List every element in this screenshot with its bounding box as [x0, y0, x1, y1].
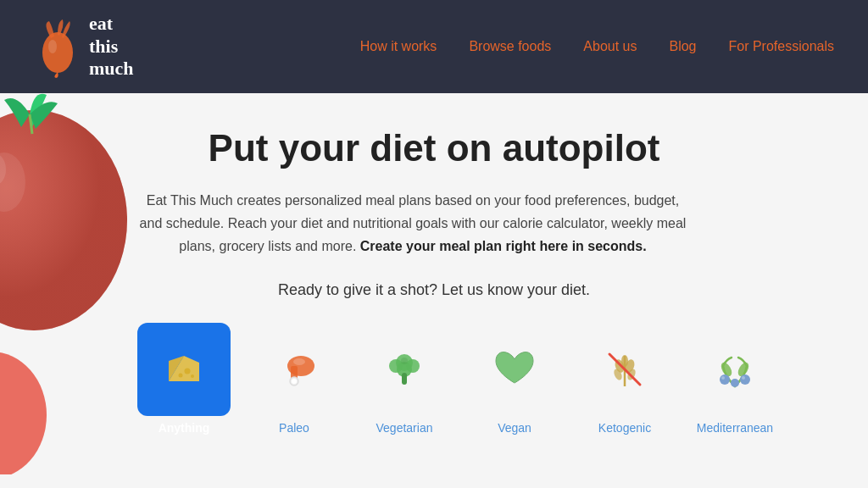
- hero-title: Put your diet on autopilot: [137, 127, 731, 170]
- diet-selector: Anything Paleo: [137, 323, 731, 435]
- vegan-icon: [487, 342, 542, 396]
- anything-icon: [160, 346, 208, 393]
- paleo-icon: [267, 342, 321, 396]
- svg-point-30: [621, 355, 628, 367]
- diet-vegan-icon-wrap: [468, 323, 561, 416]
- svg-point-13: [191, 374, 194, 378]
- svg-point-12: [179, 374, 183, 378]
- logo-text: eatthismuch: [89, 13, 134, 80]
- nav-browse-foods[interactable]: Browse foods: [469, 39, 551, 54]
- svg-point-38: [742, 376, 745, 380]
- hero-content: Put your diet on autopilot Eat This Much…: [137, 127, 731, 435]
- nav-blog[interactable]: Blog: [669, 39, 696, 54]
- svg-point-37: [721, 376, 725, 380]
- navbar: eatthismuch How it works Browse foods Ab…: [0, 0, 868, 93]
- nav-about-us[interactable]: About us: [583, 39, 637, 54]
- nav-links: How it works Browse foods About us Blog …: [360, 39, 834, 54]
- svg-point-11: [185, 369, 191, 374]
- diet-vegetarian[interactable]: Vegetarian: [358, 323, 451, 435]
- nav-for-professionals[interactable]: For Professionals: [729, 39, 835, 54]
- diet-paleo[interactable]: Paleo: [248, 323, 341, 435]
- diet-mediterranean[interactable]: Mediterranean: [688, 323, 782, 435]
- diet-paleo-icon-wrap: [248, 323, 341, 416]
- svg-point-7: [0, 352, 47, 474]
- diet-mediterranean-label: Mediterranean: [697, 421, 773, 435]
- diet-vegan[interactable]: Vegan: [468, 323, 561, 435]
- diet-paleo-label: Paleo: [279, 421, 309, 435]
- diet-vegan-label: Vegan: [498, 421, 531, 435]
- logo-link[interactable]: eatthismuch: [34, 13, 134, 80]
- diet-ketogenic-icon-wrap: [578, 323, 671, 416]
- svg-point-1: [48, 40, 57, 53]
- svg-point-0: [42, 32, 73, 73]
- diet-anything-icon-wrap: [137, 323, 231, 416]
- svg-point-3: [0, 110, 127, 330]
- svg-point-35: [740, 374, 750, 385]
- svg-rect-23: [402, 373, 407, 385]
- tomato-illustration: [0, 93, 153, 474]
- ketogenic-icon: [598, 342, 652, 396]
- hero-section: Put your diet on autopilot Eat This Much…: [0, 93, 868, 488]
- vegetarian-icon: [377, 342, 431, 396]
- diet-ketogenic[interactable]: Ketogenic: [578, 323, 671, 435]
- svg-point-18: [293, 358, 305, 365]
- svg-point-34: [720, 374, 730, 385]
- hero-description: Eat This Much creates personalized meal …: [137, 189, 688, 258]
- svg-point-36: [731, 379, 739, 387]
- diet-ketogenic-label: Ketogenic: [598, 421, 651, 435]
- hero-cta: Ready to give it a shot? Let us know you…: [137, 281, 731, 299]
- diet-mediterranean-icon-wrap: [688, 323, 782, 416]
- nav-how-it-works[interactable]: How it works: [360, 39, 437, 54]
- diet-vegetarian-label: Vegetarian: [376, 421, 433, 435]
- diet-vegetarian-icon-wrap: [358, 323, 451, 416]
- svg-point-17: [292, 379, 297, 384]
- diet-anything[interactable]: Anything: [137, 323, 231, 435]
- mediterranean-icon: [708, 342, 762, 396]
- diet-anything-label: Anything: [159, 421, 210, 435]
- logo-icon: [34, 14, 81, 78]
- svg-point-24: [401, 358, 408, 364]
